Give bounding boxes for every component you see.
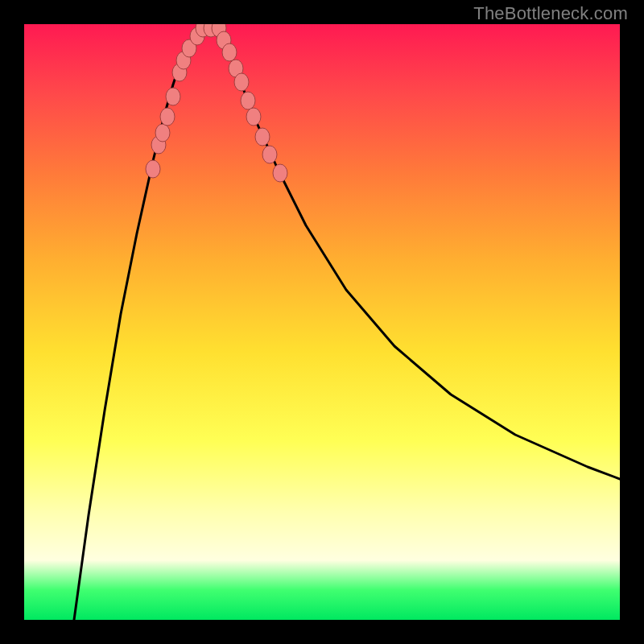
- chart-canvas: TheBottleneck.com: [0, 0, 644, 644]
- marker-right-markers: [241, 92, 255, 109]
- marker-right-markers: [222, 43, 237, 61]
- plot-area: [24, 24, 620, 620]
- watermark-text: TheBottleneck.com: [473, 3, 628, 24]
- marker-left-markers: [146, 160, 160, 178]
- marker-left-markers: [160, 108, 175, 126]
- marker-right-markers: [273, 164, 287, 182]
- marker-right-markers: [255, 128, 270, 146]
- marker-right-markers: [262, 146, 277, 163]
- curve-right-branch: [205, 24, 620, 479]
- curve-left-branch: [74, 24, 205, 620]
- plot-svg: [24, 24, 620, 620]
- marker-right-markers: [246, 108, 261, 126]
- marker-right-markers: [234, 73, 249, 91]
- marker-left-markers: [166, 88, 180, 105]
- marker-left-markers: [155, 124, 170, 142]
